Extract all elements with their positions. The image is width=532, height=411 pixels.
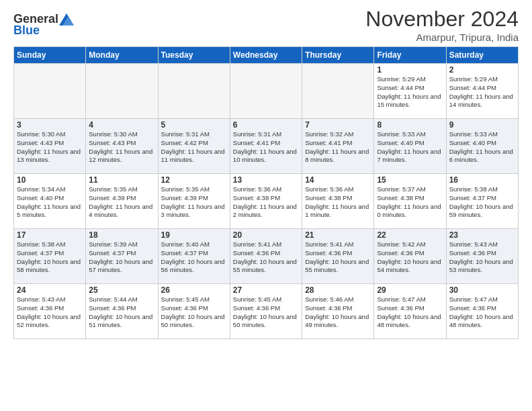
day-number: 23 [449,230,515,240]
col-saturday: Saturday [446,47,518,64]
calendar-cell: 20Sunrise: 5:41 AM Sunset: 4:36 PM Dayli… [230,229,302,284]
day-number: 9 [449,120,515,130]
day-info: Sunrise: 5:40 AM Sunset: 4:37 PM Dayligh… [161,240,227,275]
location: Amarpur, Tripura, India [365,32,519,43]
day-number: 26 [161,285,227,295]
day-info: Sunrise: 5:32 AM Sunset: 4:41 PM Dayligh… [305,130,371,165]
calendar-cell [158,64,230,119]
day-info: Sunrise: 5:39 AM Sunset: 4:37 PM Dayligh… [89,240,154,275]
day-info: Sunrise: 5:43 AM Sunset: 4:36 PM Dayligh… [449,240,515,275]
calendar-cell: 10Sunrise: 5:34 AM Sunset: 4:40 PM Dayli… [14,174,86,229]
page-header: General Blue November 2024 Amarpur, Trip… [0,0,532,46]
day-number: 8 [377,120,443,130]
day-info: Sunrise: 5:33 AM Sunset: 4:40 PM Dayligh… [449,130,515,165]
day-info: Sunrise: 5:37 AM Sunset: 4:38 PM Dayligh… [377,185,443,220]
day-number: 14 [305,175,371,185]
calendar-cell: 14Sunrise: 5:36 AM Sunset: 4:38 PM Dayli… [302,174,374,229]
calendar-cell: 1Sunrise: 5:29 AM Sunset: 4:44 PM Daylig… [374,64,446,119]
day-info: Sunrise: 5:44 AM Sunset: 4:36 PM Dayligh… [89,295,154,330]
logo-blue: Blue [13,24,40,38]
day-info: Sunrise: 5:31 AM Sunset: 4:41 PM Dayligh… [233,130,299,165]
calendar-cell [14,64,86,119]
day-info: Sunrise: 5:35 AM Sunset: 4:39 PM Dayligh… [89,185,154,220]
day-number: 13 [233,175,299,185]
day-number: 22 [377,230,443,240]
month-title: November 2024 [365,7,519,32]
day-info: Sunrise: 5:30 AM Sunset: 4:43 PM Dayligh… [89,130,154,165]
calendar-cell: 19Sunrise: 5:40 AM Sunset: 4:37 PM Dayli… [158,229,230,284]
day-info: Sunrise: 5:34 AM Sunset: 4:40 PM Dayligh… [17,185,83,220]
calendar-cell: 25Sunrise: 5:44 AM Sunset: 4:36 PM Dayli… [86,284,158,339]
day-info: Sunrise: 5:47 AM Sunset: 4:36 PM Dayligh… [449,295,515,330]
calendar-cell: 29Sunrise: 5:47 AM Sunset: 4:36 PM Dayli… [374,284,446,339]
day-number: 19 [161,230,227,240]
calendar-cell: 17Sunrise: 5:38 AM Sunset: 4:37 PM Dayli… [14,229,86,284]
day-info: Sunrise: 5:38 AM Sunset: 4:37 PM Dayligh… [17,240,83,275]
day-number: 1 [377,65,443,75]
day-number: 20 [233,230,299,240]
day-number: 27 [233,285,299,295]
col-sunday: Sunday [14,47,86,64]
calendar-cell: 7Sunrise: 5:32 AM Sunset: 4:41 PM Daylig… [302,119,374,174]
calendar-cell: 21Sunrise: 5:41 AM Sunset: 4:36 PM Dayli… [302,229,374,284]
day-number: 16 [449,175,515,185]
calendar-cell: 5Sunrise: 5:31 AM Sunset: 4:42 PM Daylig… [158,119,230,174]
day-number: 3 [17,120,83,130]
day-number: 15 [377,175,443,185]
day-info: Sunrise: 5:38 AM Sunset: 4:37 PM Dayligh… [449,185,515,220]
col-wednesday: Wednesday [230,47,302,64]
calendar-cell [302,64,374,119]
calendar-cell: 6Sunrise: 5:31 AM Sunset: 4:41 PM Daylig… [230,119,302,174]
calendar-cell [86,64,158,119]
day-number: 11 [89,175,154,185]
day-info: Sunrise: 5:29 AM Sunset: 4:44 PM Dayligh… [377,75,443,109]
col-friday: Friday [374,47,446,64]
calendar-cell: 15Sunrise: 5:37 AM Sunset: 4:38 PM Dayli… [374,174,446,229]
calendar-row: 10Sunrise: 5:34 AM Sunset: 4:40 PM Dayli… [14,174,519,229]
day-info: Sunrise: 5:30 AM Sunset: 4:43 PM Dayligh… [17,130,83,165]
calendar-cell: 26Sunrise: 5:45 AM Sunset: 4:36 PM Dayli… [158,284,230,339]
calendar-cell: 9Sunrise: 5:33 AM Sunset: 4:40 PM Daylig… [446,119,518,174]
calendar-cell [230,64,302,119]
day-number: 18 [89,230,154,240]
calendar-cell: 12Sunrise: 5:35 AM Sunset: 4:39 PM Dayli… [158,174,230,229]
calendar-cell: 23Sunrise: 5:43 AM Sunset: 4:36 PM Dayli… [446,229,518,284]
day-info: Sunrise: 5:31 AM Sunset: 4:42 PM Dayligh… [161,130,227,165]
day-number: 25 [89,285,154,295]
day-number: 30 [449,285,515,295]
day-info: Sunrise: 5:43 AM Sunset: 4:36 PM Dayligh… [17,295,83,330]
day-number: 4 [89,120,154,130]
calendar-cell: 28Sunrise: 5:46 AM Sunset: 4:36 PM Dayli… [302,284,374,339]
day-info: Sunrise: 5:41 AM Sunset: 4:36 PM Dayligh… [305,240,371,275]
calendar-cell: 18Sunrise: 5:39 AM Sunset: 4:37 PM Dayli… [86,229,158,284]
day-info: Sunrise: 5:35 AM Sunset: 4:39 PM Dayligh… [161,185,227,220]
title-section: November 2024 Amarpur, Tripura, India [365,7,519,43]
logo-icon [59,13,74,26]
day-number: 6 [233,120,299,130]
day-info: Sunrise: 5:33 AM Sunset: 4:40 PM Dayligh… [377,130,443,165]
day-number: 24 [17,285,83,295]
day-number: 28 [305,285,371,295]
calendar-container: Sunday Monday Tuesday Wednesday Thursday… [0,46,532,346]
calendar-row: 17Sunrise: 5:38 AM Sunset: 4:37 PM Dayli… [14,229,519,284]
day-number: 12 [161,175,227,185]
day-number: 21 [305,230,371,240]
calendar-table: Sunday Monday Tuesday Wednesday Thursday… [13,46,519,339]
calendar-cell: 8Sunrise: 5:33 AM Sunset: 4:40 PM Daylig… [374,119,446,174]
calendar-cell: 4Sunrise: 5:30 AM Sunset: 4:43 PM Daylig… [86,119,158,174]
day-number: 10 [17,175,83,185]
calendar-row: 1Sunrise: 5:29 AM Sunset: 4:44 PM Daylig… [14,64,519,119]
day-info: Sunrise: 5:45 AM Sunset: 4:36 PM Dayligh… [161,295,227,330]
col-monday: Monday [86,47,158,64]
day-info: Sunrise: 5:47 AM Sunset: 4:36 PM Dayligh… [377,295,443,330]
day-number: 7 [305,120,371,130]
calendar-cell: 24Sunrise: 5:43 AM Sunset: 4:36 PM Dayli… [14,284,86,339]
day-number: 17 [17,230,83,240]
calendar-row: 3Sunrise: 5:30 AM Sunset: 4:43 PM Daylig… [14,119,519,174]
calendar-header-row: Sunday Monday Tuesday Wednesday Thursday… [14,47,519,64]
day-info: Sunrise: 5:46 AM Sunset: 4:36 PM Dayligh… [305,295,371,330]
day-info: Sunrise: 5:36 AM Sunset: 4:38 PM Dayligh… [305,185,371,220]
calendar-cell: 11Sunrise: 5:35 AM Sunset: 4:39 PM Dayli… [86,174,158,229]
day-number: 5 [161,120,227,130]
day-info: Sunrise: 5:29 AM Sunset: 4:44 PM Dayligh… [449,75,515,109]
